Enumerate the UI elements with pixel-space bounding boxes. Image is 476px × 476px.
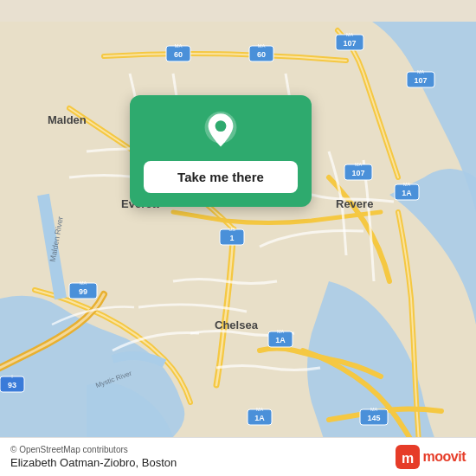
- moovit-brand-icon: m: [396, 445, 420, 469]
- overlay-card: Take me there: [130, 95, 312, 207]
- map-container: Malden River Mystic River 60 MA 60 MA 10…: [0, 0, 476, 476]
- svg-text:107: 107: [351, 169, 364, 177]
- svg-text:60: 60: [174, 50, 183, 59]
- attribution-text: © OpenStreetMap contributors: [10, 445, 177, 454]
- svg-text:MA: MA: [175, 43, 183, 48]
- svg-text:MA: MA: [346, 32, 354, 37]
- svg-text:MA: MA: [403, 182, 411, 187]
- svg-text:1A: 1A: [402, 189, 412, 197]
- location-text: Elizabeth Oatman-Ziobro, Boston: [10, 456, 177, 469]
- svg-text:US: US: [228, 227, 235, 232]
- svg-text:145: 145: [367, 414, 380, 422]
- bottom-bar: © OpenStreetMap contributors Elizabeth O…: [0, 437, 476, 476]
- map-pin-icon: [200, 111, 241, 152]
- svg-text:Revere: Revere: [336, 197, 373, 210]
- svg-text:MA: MA: [417, 69, 425, 74]
- take-me-there-button[interactable]: Take me there: [144, 161, 298, 193]
- moovit-text: moovit: [423, 449, 466, 465]
- svg-text:MA: MA: [258, 43, 266, 48]
- svg-text:107: 107: [414, 76, 427, 85]
- svg-text:Chelsea: Chelsea: [215, 318, 259, 331]
- svg-text:60: 60: [257, 50, 266, 59]
- svg-text:MA: MA: [80, 280, 87, 286]
- svg-text:m: m: [401, 451, 413, 466]
- svg-text:Malden: Malden: [48, 113, 87, 126]
- svg-text:1A: 1A: [254, 414, 265, 422]
- svg-text:107: 107: [343, 39, 356, 48]
- bottom-left-info: © OpenStreetMap contributors Elizabeth O…: [10, 445, 177, 469]
- svg-point-44: [215, 120, 227, 132]
- svg-text:93: 93: [8, 381, 16, 389]
- moovit-logo: m moovit: [396, 445, 466, 469]
- svg-text:MA: MA: [277, 329, 285, 334]
- svg-text:1: 1: [229, 234, 234, 242]
- svg-text:MA: MA: [256, 407, 264, 412]
- svg-text:1A: 1A: [275, 336, 286, 344]
- svg-text:MA: MA: [370, 407, 378, 412]
- map-background: Malden River Mystic River 60 MA 60 MA 10…: [0, 0, 476, 476]
- svg-text:MA: MA: [355, 162, 363, 167]
- svg-text:99: 99: [79, 287, 87, 296]
